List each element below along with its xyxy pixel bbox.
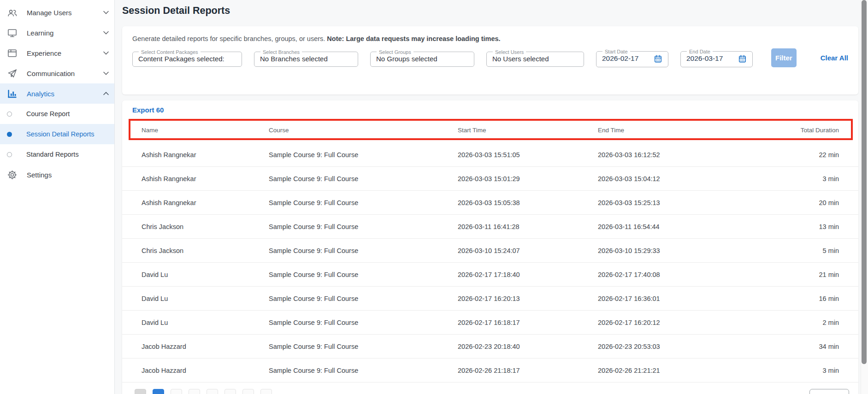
cell-name: Ashish Rangnekar: [142, 175, 269, 182]
cell-course: Sample Course 9: Full Course: [269, 199, 458, 206]
cell-name: David Lu: [142, 295, 269, 302]
groups-label: Select Groups: [377, 49, 413, 55]
monitor-icon: [6, 28, 18, 38]
branches-select[interactable]: Select Branches No Branches selected: [254, 49, 358, 67]
bar-chart-icon: [6, 88, 18, 99]
sidebar-item-manage-users[interactable]: Manage Users: [0, 2, 114, 23]
vertical-scrollbar-thumb[interactable]: [862, 0, 867, 364]
sub-item-label: Standard Reports: [26, 151, 79, 158]
sidebar-item-course-report[interactable]: Course Report: [0, 104, 114, 124]
column-header-course: Course: [269, 127, 458, 134]
sidebar-item-session-detail-reports[interactable]: Session Detail Reports: [0, 124, 114, 144]
table-row[interactable]: Ashish Rangnekar Sample Course 9: Full C…: [122, 143, 858, 167]
pagination-page-button[interactable]: [171, 389, 182, 394]
groups-select[interactable]: Select Groups No Groups selected: [370, 49, 474, 67]
export-link[interactable]: Export 60: [132, 106, 164, 114]
pagination-page-button[interactable]: [260, 389, 272, 394]
cell-start-time: 2026-03-03 15:05:38: [458, 199, 598, 206]
cell-end-time: 2026-02-23 20:53:03: [598, 343, 774, 350]
sidebar-item-label: Communication: [27, 70, 75, 77]
gear-icon: [6, 170, 18, 180]
table-row[interactable]: Jacob Hazzard Sample Course 9: Full Cour…: [122, 359, 858, 382]
start-date-field[interactable]: Start Date 2026-02-17: [596, 49, 668, 67]
sidebar-item-label: Settings: [27, 171, 52, 179]
radio-selected-icon: [7, 132, 12, 137]
cell-duration: 3 min: [774, 175, 839, 182]
table-row[interactable]: Chris Jackson Sample Course 9: Full Cour…: [122, 239, 858, 263]
calendar-icon[interactable]: [654, 54, 662, 63]
cell-course: Sample Course 9: Full Course: [269, 271, 458, 278]
cell-course: Sample Course 9: Full Course: [269, 175, 458, 182]
cell-name: Jacob Hazzard: [142, 343, 269, 350]
cell-name: David Lu: [142, 271, 269, 278]
sidebar-item-experience[interactable]: Experience: [0, 43, 114, 63]
column-header-name: Name: [142, 127, 269, 134]
chevron-down-icon: [103, 31, 109, 35]
cell-start-time: 2026-02-17 17:18:40: [458, 271, 598, 278]
end-date-label: End Date: [687, 49, 713, 54]
start-date-label: Start Date: [602, 49, 630, 54]
cell-name: Chris Jackson: [142, 247, 269, 254]
clear-all-link[interactable]: Clear All: [821, 54, 848, 62]
vertical-scrollbar-track[interactable]: [861, 0, 868, 394]
cell-course: Sample Course 9: Full Course: [269, 247, 458, 254]
column-header-end-time: End Time: [598, 127, 774, 134]
send-icon: [6, 68, 18, 79]
pagination-page-button[interactable]: [224, 389, 236, 394]
sidebar-item-label: Experience: [27, 49, 61, 57]
cell-start-time: 2026-02-17 16:18:17: [458, 319, 598, 326]
filter-button[interactable]: Filter: [771, 48, 797, 67]
chevron-up-icon: [103, 92, 109, 95]
sidebar: Manage Users Learning Experience: [0, 0, 115, 394]
cell-duration: 34 min: [774, 343, 839, 350]
cell-name: Ashish Rangnekar: [142, 199, 269, 206]
table-row[interactable]: David Lu Sample Course 9: Full Course 20…: [122, 263, 858, 287]
content-packages-label: Select Content Packages: [139, 49, 201, 55]
table-row[interactable]: Ashish Rangnekar Sample Course 9: Full C…: [122, 191, 858, 215]
start-date-value: 2026-02-17: [602, 54, 638, 63]
report-table: Export 60 Name Course Start Time End Tim…: [122, 100, 858, 394]
column-header-start-time: Start Time: [458, 127, 598, 134]
cell-name: Chris Jackson: [142, 223, 269, 230]
sidebar-item-label: Learning: [27, 29, 53, 37]
sub-item-label: Course Report: [26, 110, 70, 118]
table-row[interactable]: Ashish Rangnekar Sample Course 9: Full C…: [122, 167, 858, 191]
cell-start-time: 2026-03-03 15:01:29: [458, 175, 598, 182]
pagination-page-button[interactable]: [153, 389, 164, 394]
pagination-page-button[interactable]: [242, 389, 254, 394]
cell-start-time: 2026-02-26 21:18:17: [458, 367, 598, 374]
table-body: Ashish Rangnekar Sample Course 9: Full C…: [122, 143, 858, 382]
cell-start-time: 2026-03-11 16:41:28: [458, 223, 598, 230]
users-select[interactable]: Select Users No Users selected: [486, 49, 584, 67]
calendar-icon[interactable]: [738, 54, 747, 63]
pagination: [135, 389, 272, 394]
content-packages-select[interactable]: Select Content Packages Content Packages…: [132, 49, 242, 67]
cell-course: Sample Course 9: Full Course: [269, 295, 458, 302]
cell-name: David Lu: [142, 319, 269, 326]
cell-duration: 20 min: [774, 199, 839, 206]
cell-start-time: 2026-03-10 15:24:07: [458, 247, 598, 254]
cell-duration: 16 min: [774, 295, 839, 302]
radio-unselected-icon: [7, 112, 12, 117]
table-row[interactable]: Chris Jackson Sample Course 9: Full Cour…: [122, 215, 858, 239]
sidebar-item-learning[interactable]: Learning: [0, 23, 114, 43]
cell-end-time: 2026-02-26 21:21:21: [598, 367, 774, 374]
sidebar-item-analytics[interactable]: Analytics: [0, 83, 114, 104]
table-row[interactable]: David Lu Sample Course 9: Full Course 20…: [122, 287, 858, 311]
pagination-page-button[interactable]: [207, 389, 218, 394]
sidebar-item-settings[interactable]: Settings: [0, 165, 114, 185]
sidebar-item-communication[interactable]: Communication: [0, 63, 114, 83]
cell-duration: 22 min: [774, 151, 839, 159]
sub-item-label: Session Detail Reports: [26, 130, 94, 138]
pagination-prev-button[interactable]: [135, 389, 146, 394]
cell-course: Sample Course 9: Full Course: [269, 151, 458, 159]
table-row[interactable]: David Lu Sample Course 9: Full Course 20…: [122, 311, 858, 335]
table-row[interactable]: Jacob Hazzard Sample Course 9: Full Cour…: [122, 335, 858, 359]
cell-start-time: 2026-02-17 16:20:13: [458, 295, 598, 302]
rows-per-page-select[interactable]: [809, 389, 849, 394]
cell-end-time: 2026-03-11 16:54:44: [598, 223, 774, 230]
cell-end-time: 2026-02-17 16:36:01: [598, 295, 774, 302]
end-date-field[interactable]: End Date 2026-03-17: [680, 49, 753, 67]
sidebar-item-standard-reports[interactable]: Standard Reports: [0, 144, 114, 165]
pagination-page-button[interactable]: [189, 389, 200, 394]
